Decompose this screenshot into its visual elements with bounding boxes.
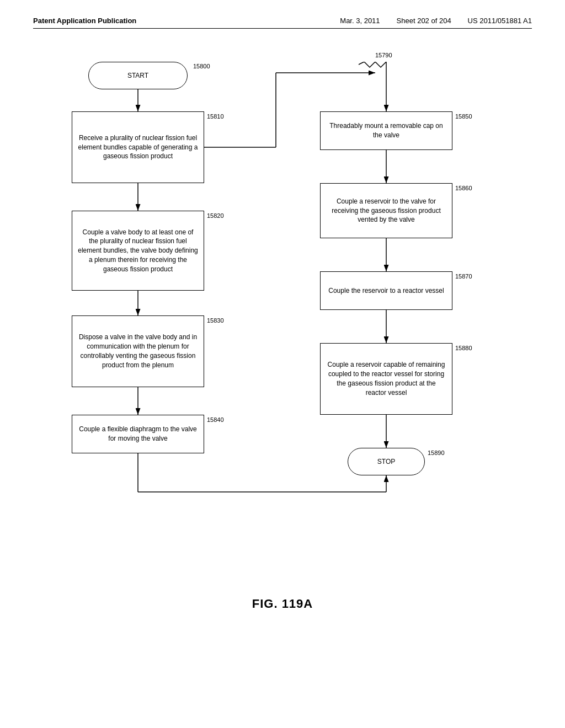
node-15830: Dispose a valve in the valve body and in… [72,315,204,387]
publication-label: Patent Application Publication [33,17,136,25]
label-15830: 15830 [207,317,224,324]
flowchart-diagram: 15800 15810 15820 15830 15840 15790 1585… [33,62,532,586]
label-15880: 15880 [455,345,472,351]
stop-node: STOP [348,448,425,475]
node-15820: Couple a valve body to at least one of t… [72,211,204,291]
figure-caption: FIG. 119A [33,597,532,611]
label-15890: 15890 [428,449,445,456]
label-15810: 15810 [207,113,224,120]
stop-label: STOP [377,457,395,467]
label-15820: 15820 [207,212,224,219]
node-15850: Threadably mount a removable cap on the … [320,111,452,150]
node-15880-text: Couple a reservoir capable of remaining … [326,360,446,397]
node-15860: Couple a reservoir to the valve for rece… [320,183,452,238]
node-15860-text: Couple a reservoir to the valve for rece… [326,197,446,224]
node-15870-text: Couple the reservoir to a reactor vessel [328,286,444,296]
node-15840-text: Couple a flexible diaphragm to the valve… [78,425,198,443]
label-15860: 15860 [455,185,472,191]
node-15840: Couple a flexible diaphragm to the valve… [72,415,204,453]
node-15870: Couple the reservoir to a reactor vessel [320,271,452,310]
node-15880: Couple a reservoir capable of remaining … [320,343,452,415]
page-header: Patent Application Publication Mar. 3, 2… [33,17,532,29]
header-meta: Mar. 3, 2011 Sheet 202 of 204 US 2011/05… [340,17,532,25]
page: Patent Application Publication Mar. 3, 2… [0,0,565,728]
label-15800: 15800 [193,63,210,69]
node-15810: Receive a plurality of nuclear fission f… [72,111,204,183]
label-15790: 15790 [375,52,392,58]
label-15850: 15850 [455,113,472,120]
publication-date: Mar. 3, 2011 [340,17,380,25]
label-15840: 15840 [207,416,224,423]
start-node: START [88,62,188,89]
node-15820-text: Couple a valve body to at least one of t… [78,228,198,274]
node-15810-text: Receive a plurality of nuclear fission f… [78,133,198,161]
patent-number: US 2011/051881 A1 [468,17,532,25]
node-15830-text: Dispose a valve in the valve body and in… [78,333,198,370]
sheet-info: Sheet 202 of 204 [397,17,451,25]
label-15870: 15870 [455,273,472,280]
node-15850-text: Threadably mount a removable cap on the … [326,121,446,140]
start-label: START [127,71,148,81]
